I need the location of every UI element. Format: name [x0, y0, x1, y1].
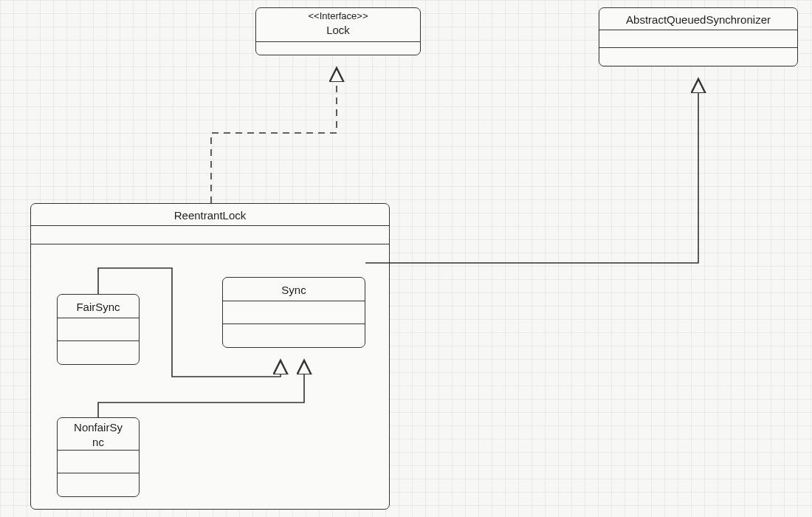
class-aqs-title: AbstractQueuedSynchronizer	[599, 8, 797, 30]
class-sync-title: Sync	[223, 278, 365, 301]
class-compartment	[599, 30, 797, 48]
class-compartment	[58, 473, 139, 496]
class-nonfairsync-title: NonfairSy nc	[58, 418, 139, 451]
class-nonfairsync[interactable]: NonfairSy nc	[57, 417, 140, 497]
class-compartment	[58, 341, 139, 364]
class-compartment	[599, 48, 797, 66]
class-name-label: FairSync	[76, 301, 120, 313]
class-name-label: Lock	[326, 24, 350, 36]
class-sync[interactable]: Sync	[222, 277, 365, 348]
class-name-label: Sync	[281, 284, 306, 296]
class-fairsync[interactable]: FairSync	[57, 294, 140, 365]
class-name-line1: NonfairSy	[74, 421, 123, 434]
class-reentrantlock-title: ReentrantLock	[31, 204, 389, 226]
class-compartment	[31, 226, 389, 244]
class-aqs[interactable]: AbstractQueuedSynchronizer	[599, 7, 798, 66]
class-name-label: AbstractQueuedSynchronizer	[626, 13, 771, 26]
class-name-label: ReentrantLock	[174, 209, 247, 222]
class-fairsync-title: FairSync	[58, 295, 139, 318]
class-compartment	[58, 318, 139, 341]
class-compartment	[58, 451, 139, 473]
class-compartment	[256, 42, 420, 55]
edge-reentrant-to-lock	[211, 68, 337, 203]
class-compartment	[223, 324, 365, 347]
class-lock-title: <<Interface>> Lock	[256, 8, 420, 42]
class-lock[interactable]: <<Interface>> Lock	[255, 7, 421, 55]
stereotype-label: <<Interface>>	[261, 10, 416, 23]
edge-sync-to-aqs	[365, 79, 698, 263]
class-name-line2: nc	[92, 436, 104, 448]
uml-canvas: <<Interface>> Lock AbstractQueuedSynchro…	[0, 0, 812, 517]
class-compartment	[223, 301, 365, 324]
